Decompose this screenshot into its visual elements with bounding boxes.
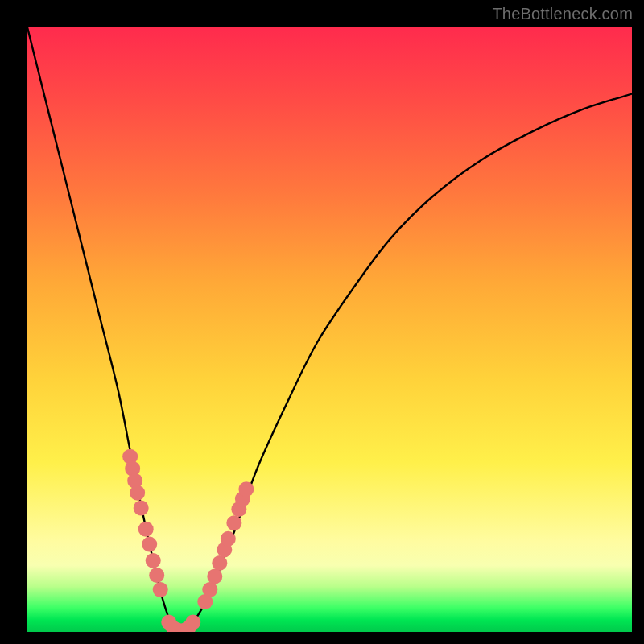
- data-dot: [226, 515, 242, 530]
- plot-area: [27, 27, 632, 632]
- data-dot: [134, 501, 149, 516]
- data-dot: [149, 568, 164, 583]
- data-dot: [146, 553, 161, 568]
- data-dot: [221, 531, 236, 547]
- data-dot: [185, 614, 200, 630]
- data-dot: [138, 522, 154, 537]
- data-dots: [122, 449, 254, 632]
- data-dot: [212, 555, 227, 571]
- chart-frame: TheBottleneck.com: [0, 0, 644, 644]
- data-dot: [153, 582, 168, 597]
- watermark-text: TheBottleneck.com: [492, 5, 633, 23]
- bottleneck-curve: [27, 27, 632, 632]
- chart-svg: [27, 27, 632, 632]
- data-dot: [142, 537, 157, 552]
- data-dot: [130, 485, 145, 501]
- data-dot: [207, 568, 222, 584]
- data-dot: [202, 582, 217, 597]
- data-dot: [238, 481, 254, 497]
